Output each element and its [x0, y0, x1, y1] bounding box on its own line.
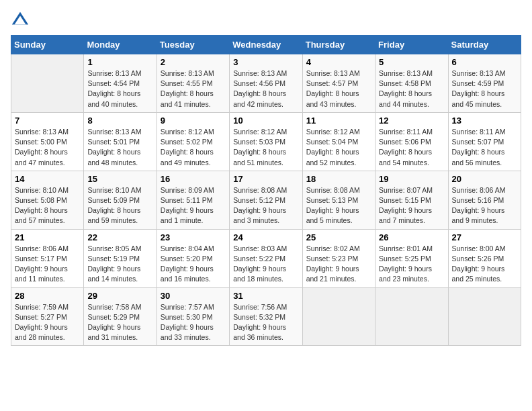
day-info: Sunrise: 7:59 AMSunset: 5:27 PMDaylight:… [15, 302, 80, 343]
day-info: Sunrise: 8:12 AMSunset: 5:04 PMDaylight:… [306, 127, 371, 168]
dow-header-tuesday: Tuesday [157, 36, 229, 54]
calendar-body: 1Sunrise: 8:13 AMSunset: 4:54 PMDaylight… [11, 54, 521, 346]
calendar-table: SundayMondayTuesdayWednesdayThursdayFrid… [11, 35, 521, 346]
calendar-cell: 28Sunrise: 7:59 AMSunset: 5:27 PMDayligh… [11, 287, 84, 346]
dow-header-monday: Monday [84, 36, 157, 54]
day-number: 5 [379, 57, 444, 67]
day-info: Sunrise: 8:11 AMSunset: 5:06 PMDaylight:… [379, 127, 444, 168]
day-number: 13 [452, 116, 517, 126]
day-number: 26 [379, 232, 444, 242]
day-info: Sunrise: 7:56 AMSunset: 5:32 PMDaylight:… [233, 302, 298, 343]
day-number: 15 [87, 174, 152, 184]
day-info: Sunrise: 8:08 AMSunset: 5:13 PMDaylight:… [306, 185, 371, 226]
day-number: 20 [452, 174, 517, 184]
header [11, 11, 521, 30]
day-info: Sunrise: 8:02 AMSunset: 5:23 PMDaylight:… [306, 244, 371, 285]
week-row-1: 7Sunrise: 8:13 AMSunset: 5:00 PMDaylight… [11, 112, 521, 171]
day-info: Sunrise: 8:11 AMSunset: 5:07 PMDaylight:… [452, 127, 517, 168]
day-info: Sunrise: 8:13 AMSunset: 4:54 PMDaylight:… [87, 68, 152, 109]
calendar-cell: 30Sunrise: 7:57 AMSunset: 5:30 PMDayligh… [157, 287, 229, 346]
week-row-0: 1Sunrise: 8:13 AMSunset: 4:54 PMDaylight… [11, 54, 521, 113]
calendar-cell: 23Sunrise: 8:04 AMSunset: 5:20 PMDayligh… [157, 229, 229, 287]
day-number: 7 [15, 116, 80, 126]
dow-header-friday: Friday [375, 36, 448, 54]
day-number: 19 [379, 174, 444, 184]
calendar-cell: 26Sunrise: 8:01 AMSunset: 5:25 PMDayligh… [375, 229, 448, 287]
calendar-cell: 20Sunrise: 8:06 AMSunset: 5:16 PMDayligh… [448, 171, 521, 229]
dow-header-saturday: Saturday [448, 36, 521, 54]
day-info: Sunrise: 8:08 AMSunset: 5:12 PMDaylight:… [233, 185, 298, 226]
calendar-cell: 12Sunrise: 8:11 AMSunset: 5:06 PMDayligh… [375, 112, 448, 171]
calendar-cell: 18Sunrise: 8:08 AMSunset: 5:13 PMDayligh… [302, 171, 375, 229]
calendar-cell: 17Sunrise: 8:08 AMSunset: 5:12 PMDayligh… [230, 171, 302, 229]
calendar-cell: 3Sunrise: 8:13 AMSunset: 4:56 PMDaylight… [230, 54, 302, 113]
calendar-cell: 8Sunrise: 8:13 AMSunset: 5:01 PMDaylight… [84, 112, 157, 171]
dow-header-sunday: Sunday [11, 36, 84, 54]
day-info: Sunrise: 8:07 AMSunset: 5:15 PMDaylight:… [379, 185, 444, 226]
day-info: Sunrise: 8:13 AMSunset: 5:01 PMDaylight:… [87, 127, 152, 168]
day-number: 6 [452, 57, 517, 67]
day-info: Sunrise: 8:13 AMSunset: 5:00 PMDaylight:… [15, 127, 80, 168]
calendar-cell: 27Sunrise: 8:00 AMSunset: 5:26 PMDayligh… [448, 229, 521, 287]
calendar-cell: 5Sunrise: 8:13 AMSunset: 4:58 PMDaylight… [375, 54, 448, 113]
day-info: Sunrise: 8:03 AMSunset: 5:22 PMDaylight:… [233, 244, 298, 285]
day-number: 10 [233, 116, 298, 126]
calendar-cell [448, 287, 521, 346]
calendar-cell: 4Sunrise: 8:13 AMSunset: 4:57 PMDaylight… [302, 54, 375, 113]
calendar-cell: 19Sunrise: 8:07 AMSunset: 5:15 PMDayligh… [375, 171, 448, 229]
day-info: Sunrise: 8:09 AMSunset: 5:11 PMDaylight:… [161, 185, 226, 226]
calendar-cell: 11Sunrise: 8:12 AMSunset: 5:04 PMDayligh… [302, 112, 375, 171]
day-info: Sunrise: 7:57 AMSunset: 5:30 PMDaylight:… [161, 302, 226, 343]
day-of-week-row: SundayMondayTuesdayWednesdayThursdayFrid… [11, 36, 521, 54]
day-info: Sunrise: 8:00 AMSunset: 5:26 PMDaylight:… [452, 244, 517, 285]
day-info: Sunrise: 8:10 AMSunset: 5:09 PMDaylight:… [87, 185, 152, 226]
calendar-cell: 1Sunrise: 8:13 AMSunset: 4:54 PMDaylight… [84, 54, 157, 113]
day-number: 29 [87, 291, 152, 301]
day-number: 18 [306, 174, 371, 184]
calendar-cell [11, 54, 84, 113]
day-number: 14 [15, 174, 80, 184]
day-number: 4 [306, 57, 371, 67]
day-number: 23 [161, 232, 226, 242]
calendar-cell [302, 287, 375, 346]
day-info: Sunrise: 8:05 AMSunset: 5:19 PMDaylight:… [87, 244, 152, 285]
day-info: Sunrise: 8:06 AMSunset: 5:17 PMDaylight:… [15, 244, 80, 285]
day-info: Sunrise: 8:13 AMSunset: 4:56 PMDaylight:… [233, 68, 298, 109]
day-info: Sunrise: 8:06 AMSunset: 5:16 PMDaylight:… [452, 185, 517, 226]
calendar-cell: 25Sunrise: 8:02 AMSunset: 5:23 PMDayligh… [302, 229, 375, 287]
calendar-cell: 29Sunrise: 7:58 AMSunset: 5:29 PMDayligh… [84, 287, 157, 346]
calendar-cell: 13Sunrise: 8:11 AMSunset: 5:07 PMDayligh… [448, 112, 521, 171]
day-number: 16 [161, 174, 226, 184]
day-number: 11 [306, 116, 371, 126]
day-number: 1 [87, 57, 152, 67]
day-info: Sunrise: 8:12 AMSunset: 5:03 PMDaylight:… [233, 127, 298, 168]
day-number: 17 [233, 174, 298, 184]
calendar-cell: 14Sunrise: 8:10 AMSunset: 5:08 PMDayligh… [11, 171, 84, 229]
calendar-cell: 6Sunrise: 8:13 AMSunset: 4:59 PMDaylight… [448, 54, 521, 113]
calendar-cell: 15Sunrise: 8:10 AMSunset: 5:09 PMDayligh… [84, 171, 157, 229]
day-info: Sunrise: 7:58 AMSunset: 5:29 PMDaylight:… [87, 302, 152, 343]
calendar-cell: 31Sunrise: 7:56 AMSunset: 5:32 PMDayligh… [230, 287, 302, 346]
day-info: Sunrise: 8:13 AMSunset: 4:57 PMDaylight:… [306, 68, 371, 109]
day-number: 30 [161, 291, 226, 301]
day-number: 8 [87, 116, 152, 126]
calendar-cell: 16Sunrise: 8:09 AMSunset: 5:11 PMDayligh… [157, 171, 229, 229]
day-info: Sunrise: 8:12 AMSunset: 5:02 PMDaylight:… [161, 127, 226, 168]
logo [11, 11, 32, 30]
day-number: 12 [379, 116, 444, 126]
day-info: Sunrise: 8:04 AMSunset: 5:20 PMDaylight:… [161, 244, 226, 285]
calendar-cell: 24Sunrise: 8:03 AMSunset: 5:22 PMDayligh… [230, 229, 302, 287]
calendar-cell [375, 287, 448, 346]
day-number: 9 [161, 116, 226, 126]
day-number: 27 [452, 232, 517, 242]
week-row-3: 21Sunrise: 8:06 AMSunset: 5:17 PMDayligh… [11, 229, 521, 287]
week-row-4: 28Sunrise: 7:59 AMSunset: 5:27 PMDayligh… [11, 287, 521, 346]
day-info: Sunrise: 8:13 AMSunset: 4:58 PMDaylight:… [379, 68, 444, 109]
day-info: Sunrise: 8:13 AMSunset: 4:59 PMDaylight:… [452, 68, 517, 109]
calendar-cell: 9Sunrise: 8:12 AMSunset: 5:02 PMDaylight… [157, 112, 229, 171]
day-info: Sunrise: 8:10 AMSunset: 5:08 PMDaylight:… [15, 185, 80, 226]
day-number: 22 [87, 232, 152, 242]
day-number: 2 [161, 57, 226, 67]
dow-header-wednesday: Wednesday [230, 36, 302, 54]
dow-header-thursday: Thursday [302, 36, 375, 54]
